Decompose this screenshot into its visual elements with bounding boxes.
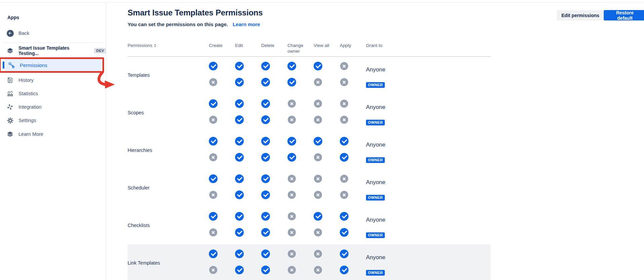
- denied-x-icon: [288, 266, 296, 274]
- column-header-change-owner: Change owner: [287, 43, 314, 54]
- sidebar-divider: [3, 43, 103, 43]
- edit-permissions-button[interactable]: Edit permissions: [557, 10, 604, 20]
- integration-icon: [6, 104, 14, 110]
- sidebar-item-history[interactable]: History: [0, 75, 106, 86]
- grant-anyone-label: Anyone: [366, 104, 385, 111]
- table-row[interactable]: SchedulerAnyoneOWNER: [128, 169, 491, 207]
- keys-icon: [7, 61, 15, 69]
- denied-x-icon: [209, 266, 217, 274]
- granted-check-icon: [235, 174, 244, 183]
- granted-check-icon: [261, 99, 270, 108]
- back-icon: [6, 30, 14, 37]
- sidebar-item-label: Learn More: [18, 131, 43, 137]
- granted-check-icon: [261, 249, 270, 258]
- granted-check-icon: [261, 115, 270, 124]
- back-button[interactable]: Back: [0, 28, 106, 39]
- sidebar: Apps Back Smart Issue Templates Testing.…: [0, 3, 106, 280]
- denied-x-icon: [340, 78, 348, 86]
- column-header-grant-to: Grant to: [366, 43, 491, 54]
- sidebar-item-learn-more[interactable]: Learn More: [0, 129, 106, 139]
- denied-x-icon: [340, 62, 348, 70]
- layers-icon: [6, 47, 14, 54]
- denied-x-icon: [314, 191, 322, 199]
- granted-check-icon: [235, 62, 244, 70]
- granted-check-icon: [235, 99, 244, 108]
- column-header-edit: Edit: [235, 43, 261, 54]
- granted-check-icon: [235, 78, 244, 87]
- sidebar-item-statistics[interactable]: Statistics: [0, 88, 106, 99]
- permission-name: Hierarchies: [128, 148, 152, 153]
- denied-x-icon: [288, 191, 296, 199]
- column-header-view-all: View all: [314, 43, 340, 54]
- permission-name: Scheduler: [128, 185, 149, 190]
- permission-name: Scopes: [128, 110, 144, 115]
- column-header-permissions[interactable]: Permissions: [128, 43, 209, 54]
- sidebar-item-label: Permissions: [20, 62, 47, 68]
- granted-check-icon: [340, 137, 349, 146]
- denied-x-icon: [314, 175, 322, 183]
- denied-x-icon: [288, 212, 296, 220]
- grant-anyone-label: Anyone: [366, 217, 385, 223]
- active-indicator: [3, 61, 4, 69]
- denied-x-icon: [288, 100, 296, 108]
- sidebar-item-app[interactable]: Smart Issue Templates Testing... DEV: [0, 45, 106, 56]
- sidebar-item-permissions[interactable]: Permissions: [5, 59, 101, 71]
- granted-check-icon: [340, 212, 349, 221]
- granted-check-icon: [209, 174, 218, 183]
- dev-badge: DEV: [94, 48, 106, 53]
- granted-check-icon: [261, 78, 270, 87]
- granted-check-icon: [235, 153, 244, 162]
- grant-anyone-label: Anyone: [366, 254, 385, 261]
- app-name: Smart Issue Templates Testing...: [18, 45, 91, 56]
- history-icon: [6, 77, 14, 83]
- table-row[interactable]: TemplatesAnyoneOWNER: [128, 57, 491, 94]
- granted-check-icon: [261, 266, 270, 274]
- granted-check-icon: [235, 266, 244, 274]
- sidebar-item-settings[interactable]: Settings: [0, 115, 106, 126]
- granted-check-icon: [287, 153, 296, 162]
- denied-x-icon: [314, 153, 322, 161]
- denied-x-icon: [314, 100, 322, 108]
- denied-x-icon: [288, 116, 296, 124]
- table-row[interactable]: Link TemplatesAnyoneOWNER: [128, 244, 491, 280]
- table-row[interactable]: ScopesAnyoneOWNER: [128, 94, 491, 132]
- grant-owner-badge: OWNER: [366, 82, 385, 88]
- back-label: Back: [18, 31, 29, 36]
- sidebar-item-label: Settings: [18, 118, 36, 123]
- denied-x-icon: [209, 228, 217, 236]
- granted-check-icon: [287, 78, 296, 87]
- granted-check-icon: [287, 62, 296, 70]
- subtitle-text: You can set the permissions on this page…: [128, 21, 228, 27]
- learn-more-link[interactable]: Learn more: [233, 21, 260, 27]
- granted-check-icon: [209, 212, 218, 221]
- table-row[interactable]: ChecklistsAnyoneOWNER: [128, 207, 491, 244]
- denied-x-icon: [314, 228, 322, 236]
- granted-check-icon: [314, 62, 322, 70]
- granted-check-icon: [340, 153, 349, 162]
- permissions-table: Permissions Create Edit Delete Change ow…: [128, 43, 491, 280]
- column-header-create: Create: [209, 43, 235, 54]
- granted-check-icon: [261, 174, 270, 183]
- granted-check-icon: [209, 137, 218, 146]
- grant-owner-badge: OWNER: [366, 195, 385, 201]
- grant-owner-badge: OWNER: [366, 120, 385, 125]
- denied-x-icon: [340, 100, 348, 108]
- denied-x-icon: [209, 153, 217, 161]
- column-header-apply: Apply: [340, 43, 366, 54]
- granted-check-icon: [235, 249, 244, 258]
- grant-anyone-label: Anyone: [366, 66, 385, 73]
- denied-x-icon: [288, 250, 296, 258]
- denied-x-icon: [314, 116, 322, 124]
- table-row[interactable]: HierarchiesAnyoneOWNER: [128, 132, 491, 169]
- layers-icon: [6, 131, 14, 137]
- granted-check-icon: [235, 190, 244, 199]
- granted-check-icon: [340, 266, 349, 274]
- sidebar-item-integration[interactable]: Integration: [0, 102, 106, 112]
- granted-check-icon: [235, 212, 244, 221]
- denied-x-icon: [314, 78, 322, 86]
- granted-check-icon: [209, 249, 218, 258]
- granted-check-icon: [340, 228, 349, 237]
- restore-default-button[interactable]: Restore default: [604, 10, 644, 20]
- granted-check-icon: [340, 249, 349, 258]
- statistics-icon: [6, 90, 14, 97]
